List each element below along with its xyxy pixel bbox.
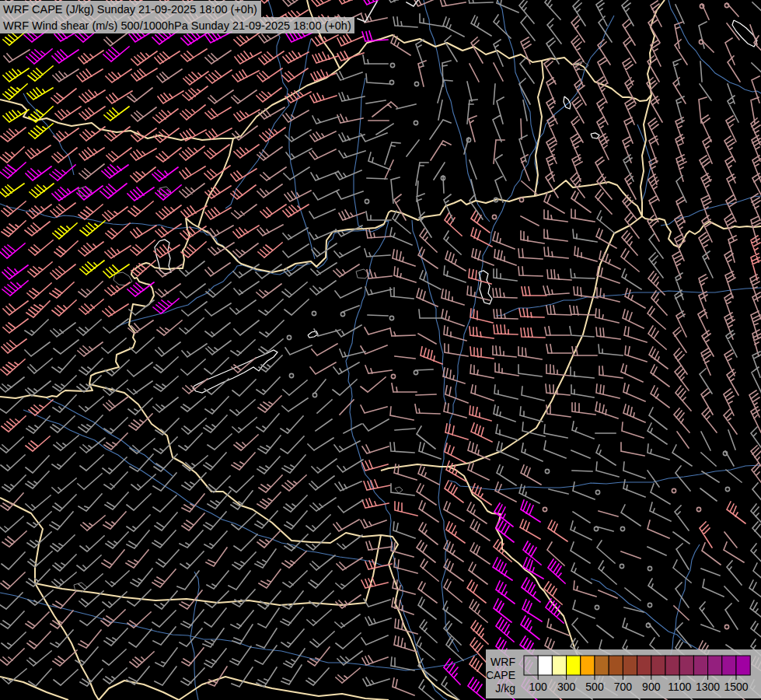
svg-text:WRF Wind shear (m/s) 500/1000h: WRF Wind shear (m/s) 500/1000hPa Sunday … — [3, 19, 351, 32]
svg-text:1500: 1500 — [724, 681, 748, 693]
svg-text:WRF CAPE (J/kg) Sunday 21-09-2: WRF CAPE (J/kg) Sunday 21-09-2025 18:00 … — [3, 3, 257, 16]
svg-text:500: 500 — [585, 681, 604, 693]
svg-text:300: 300 — [557, 681, 576, 693]
svg-text:700: 700 — [614, 681, 633, 693]
svg-text:WRF: WRF — [490, 656, 515, 668]
svg-text:1300: 1300 — [696, 681, 720, 693]
svg-text:1100: 1100 — [668, 681, 691, 693]
svg-text:CAPE: CAPE — [486, 669, 515, 681]
svg-text:100: 100 — [529, 681, 548, 693]
svg-text:900: 900 — [642, 681, 661, 693]
svg-text:J/kg: J/kg — [495, 682, 515, 695]
